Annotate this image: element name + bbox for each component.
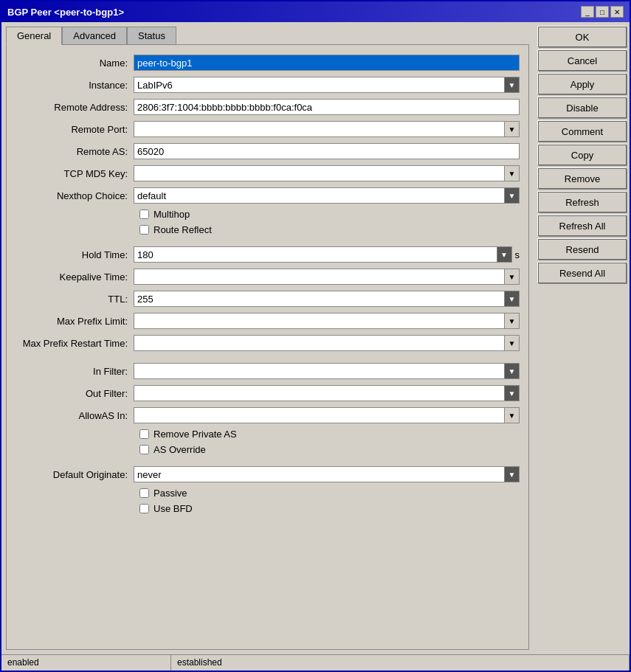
status-item-2: established	[171, 655, 630, 671]
use-bfd-label: Use BFD	[154, 503, 193, 514]
remote-port-label: Remote Port:	[15, 124, 134, 135]
remote-as-input[interactable]	[134, 143, 520, 159]
allowas-dropdown-btn[interactable]: ▼	[505, 407, 520, 423]
remote-as-row: Remote AS:	[15, 142, 520, 160]
form-panel: Name: Instance: ▼ Remote Address:	[6, 44, 529, 650]
resend-all-button[interactable]: Resend All	[538, 263, 627, 283]
in-filter-dropdown-btn[interactable]: ▼	[505, 363, 520, 379]
out-filter-label: Out Filter:	[15, 388, 134, 399]
out-filter-input-group: ▼	[134, 385, 520, 401]
remote-port-row: Remote Port: ▼	[15, 120, 520, 138]
use-bfd-row: Use BFD	[15, 503, 520, 514]
ttl-dropdown-btn[interactable]: ▼	[505, 291, 520, 307]
max-prefix-limit-dropdown-btn[interactable]: ▼	[505, 313, 520, 329]
refresh-all-button[interactable]: Refresh All	[538, 215, 627, 236]
max-prefix-restart-dropdown-btn[interactable]: ▼	[505, 335, 520, 351]
allowas-input[interactable]	[134, 407, 505, 423]
route-reflect-checkbox[interactable]	[139, 225, 149, 235]
content-area: General Advanced Status Name:	[1, 22, 630, 654]
copy-button[interactable]: Copy	[538, 145, 627, 165]
comment-button[interactable]: Comment	[538, 121, 627, 142]
default-originate-row: Default Originate: ▼	[15, 465, 520, 483]
multihop-row: Multihop	[15, 209, 520, 220]
out-filter-input[interactable]	[134, 385, 505, 401]
minimize-button[interactable]: _	[581, 6, 594, 18]
resend-button[interactable]: Resend	[538, 239, 627, 260]
tab-general[interactable]: General	[6, 27, 62, 45]
hold-time-row: Hold Time: ▼ s	[15, 246, 520, 263]
default-originate-label: Default Originate:	[15, 469, 134, 480]
nexthop-row: Nexthop Choice: ▼	[15, 187, 520, 204]
allowas-label: AllowAS In:	[15, 410, 134, 421]
refresh-button[interactable]: Refresh	[538, 192, 627, 212]
tcp-md5-dropdown-btn[interactable]: ▼	[505, 165, 520, 181]
tcp-md5-input[interactable]	[134, 165, 505, 181]
passive-row: Passive	[15, 488, 520, 499]
remote-address-row: Remote Address:	[15, 98, 520, 116]
hold-time-input[interactable]	[134, 246, 497, 263]
keepalive-input[interactable]	[134, 269, 505, 285]
apply-button[interactable]: Apply	[538, 74, 627, 94]
keepalive-input-group: ▼	[134, 269, 520, 285]
out-filter-row: Out Filter: ▼	[15, 384, 520, 402]
default-originate-dropdown-btn[interactable]: ▼	[505, 466, 520, 482]
remove-private-as-row: Remove Private AS	[15, 429, 520, 440]
ok-button[interactable]: OK	[538, 27, 627, 47]
multihop-checkbox[interactable]	[139, 209, 149, 219]
remote-address-input[interactable]	[134, 99, 520, 115]
max-prefix-limit-input[interactable]	[134, 313, 505, 329]
nexthop-label: Nexthop Choice:	[15, 190, 134, 201]
tcp-md5-row: TCP MD5 Key: ▼	[15, 164, 520, 182]
instance-input-group: ▼	[134, 77, 520, 93]
remote-port-input-group: ▼	[134, 121, 520, 137]
max-prefix-limit-label: Max Prefix Limit:	[15, 316, 134, 327]
keepalive-dropdown-btn[interactable]: ▼	[505, 269, 520, 285]
out-filter-dropdown-btn[interactable]: ▼	[505, 385, 520, 401]
passive-checkbox[interactable]	[139, 488, 149, 498]
max-prefix-restart-input[interactable]	[134, 335, 505, 351]
instance-label: Instance:	[15, 80, 134, 91]
name-label: Name:	[15, 58, 134, 69]
instance-input[interactable]	[134, 77, 505, 93]
in-filter-input-group: ▼	[134, 363, 520, 379]
in-filter-row: In Filter: ▼	[15, 362, 520, 380]
hold-time-input-group-inner: ▼	[134, 246, 512, 263]
in-filter-input[interactable]	[134, 363, 505, 379]
in-filter-label: In Filter:	[15, 366, 134, 377]
route-reflect-row: Route Reflect	[15, 224, 520, 235]
max-prefix-restart-input-group: ▼	[134, 335, 520, 351]
as-override-label: AS Override	[154, 444, 206, 455]
close-button[interactable]: ✕	[610, 6, 624, 18]
as-override-checkbox[interactable]	[139, 445, 149, 454]
nexthop-dropdown-btn[interactable]: ▼	[505, 187, 520, 204]
ttl-row: TTL: ▼	[15, 290, 520, 308]
hold-time-input-group: ▼ s	[134, 246, 520, 263]
tcp-md5-input-group: ▼	[134, 165, 520, 181]
remove-button[interactable]: Remove	[538, 168, 627, 189]
right-panel: OK Cancel Apply Disable Comment Copy Rem…	[534, 22, 630, 654]
title-bar-buttons: _ □ ✕	[581, 6, 624, 18]
as-override-row: AS Override	[15, 444, 520, 455]
maximize-button[interactable]: □	[596, 6, 609, 18]
name-input[interactable]	[134, 55, 520, 71]
window-title: BGP Peer <peer-to-bgp1>	[7, 7, 124, 18]
default-originate-input[interactable]	[134, 466, 505, 482]
ttl-input[interactable]	[134, 291, 505, 307]
remote-as-label: Remote AS:	[15, 146, 134, 157]
tab-status[interactable]: Status	[127, 27, 176, 45]
use-bfd-checkbox[interactable]	[139, 504, 149, 513]
disable-button[interactable]: Disable	[538, 97, 627, 118]
hold-time-dropdown-btn[interactable]: ▼	[497, 246, 512, 263]
remote-port-input[interactable]	[134, 121, 505, 137]
max-prefix-limit-row: Max Prefix Limit: ▼	[15, 312, 520, 330]
nexthop-input[interactable]	[134, 187, 505, 204]
tab-advanced[interactable]: Advanced	[62, 27, 127, 45]
remote-port-dropdown-btn[interactable]: ▼	[505, 121, 520, 137]
route-reflect-label: Route Reflect	[154, 224, 212, 235]
remove-private-as-checkbox[interactable]	[139, 429, 149, 439]
main-panel: General Advanced Status Name:	[1, 22, 534, 654]
passive-label: Passive	[154, 488, 187, 499]
status-item-1: enabled	[1, 655, 171, 671]
instance-dropdown-btn[interactable]: ▼	[505, 77, 520, 93]
cancel-button[interactable]: Cancel	[538, 50, 627, 71]
